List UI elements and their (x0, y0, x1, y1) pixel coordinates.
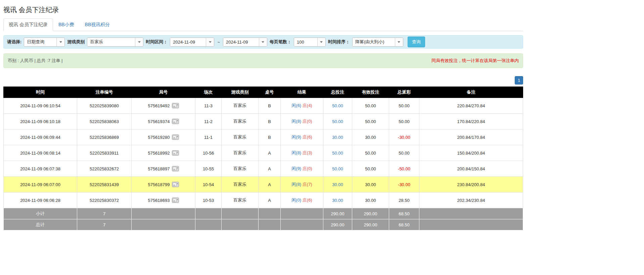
summary-label: 总计 (4, 219, 77, 230)
cell-result: 闲(6) 庄(4) (281, 98, 323, 114)
tab-betting-records[interactable]: 视讯 会员下注纪录 (3, 18, 53, 31)
cell-round-id: 575619280 (132, 129, 195, 145)
column-header: 注单编号 (77, 87, 132, 98)
time-range-label: 时间区间： (146, 39, 168, 45)
cell-session: 10-53 (195, 192, 222, 208)
payout-value: -30.00 (398, 135, 410, 140)
caret-down-icon[interactable] (395, 38, 403, 46)
summary-empty-cell (419, 208, 523, 219)
cell-session: 11-1 (195, 129, 222, 145)
summary-empty-cell (419, 219, 523, 230)
tab-bb-tips[interactable]: BB小费 (53, 18, 80, 31)
tab-bb-video-points[interactable]: BB视讯积分 (80, 18, 116, 31)
video-thumbnail-icon[interactable] (172, 150, 179, 156)
bets-table: 时间注单编号局号场次游戏类别桌号结果总投注有效投注总派彩备注 2024-11-0… (3, 87, 523, 230)
time-sort-select[interactable] (352, 38, 403, 47)
summary-valid-bet: 290.00 (352, 219, 389, 230)
cell-payout: 50.00 (389, 98, 419, 114)
cell-note: 200.84/170.84 (419, 129, 523, 145)
video-thumbnail-icon[interactable] (172, 134, 179, 140)
result-player: 闲(0) (291, 198, 301, 203)
pagination-page-1[interactable]: 1 (515, 76, 523, 85)
caret-down-icon[interactable] (317, 38, 325, 46)
tab-bar: 视讯 会员下注纪录 BB小费 BB视讯积分 (3, 18, 523, 31)
filter-bar: 请选择: 游戏类别 时间区间： ~ 每页笔数： 时间排序： (3, 35, 523, 49)
cell-result: 闲(9) 庄(6) (281, 129, 323, 145)
cell-total-bet: 50.00 (323, 98, 352, 114)
cell-table-no: B (259, 98, 281, 114)
caret-down-icon[interactable] (135, 38, 143, 46)
query-type-input[interactable] (24, 38, 56, 46)
cell-result: 闲(8) 庄(3) (281, 145, 323, 161)
cell-time: 2024-11-09 06:07:00 (4, 177, 77, 192)
currency-total-text: 币别 : 人民币 | 总共 :7 注单 | (8, 58, 63, 64)
search-button[interactable]: 查询 (408, 37, 425, 47)
video-thumbnail-icon[interactable] (172, 182, 179, 187)
video-thumbnail-icon[interactable] (172, 166, 179, 171)
total-bet-link[interactable]: 50.00 (332, 119, 343, 124)
cell-note: 202.34/230.84 (419, 192, 523, 208)
cell-bet-id: 522025833911 (77, 145, 132, 161)
cell-session: 10-55 (195, 161, 222, 177)
result-player: 闲(8) (291, 119, 301, 124)
summary-valid-bet: 290.00 (352, 208, 389, 219)
column-header: 有效投注 (352, 87, 389, 98)
cell-round-id: 575619492 (132, 98, 195, 114)
cell-table-no: B (259, 129, 281, 145)
game-type-select[interactable] (87, 38, 143, 47)
total-bet-link[interactable]: 30.00 (332, 198, 343, 203)
date-to-picker[interactable] (223, 38, 267, 47)
column-header: 局号 (132, 87, 195, 98)
total-bet-link[interactable]: 50.00 (332, 151, 343, 156)
summary-count: 7 (77, 208, 132, 219)
notice-text: 同局有效投注，统一计算在该局第一张注单内 (431, 58, 519, 64)
caret-down-icon[interactable] (56, 38, 64, 46)
video-thumbnail-icon[interactable] (172, 198, 179, 203)
cell-payout: 50.00 (389, 145, 419, 161)
cell-session: 11-2 (195, 114, 222, 129)
query-type-label: 请选择: (7, 39, 21, 45)
caret-down-icon[interactable] (259, 38, 267, 46)
result-banker: 庄(0) (303, 119, 312, 124)
time-sort-input[interactable] (353, 38, 395, 46)
page-size-input[interactable] (294, 38, 317, 46)
date-from-input[interactable] (170, 38, 206, 46)
cell-bet-id: 522025838063 (77, 114, 132, 129)
summary-empty-cell (259, 208, 281, 219)
cell-total-bet: 30.00 (323, 192, 352, 208)
result-player: 闲(9) (291, 166, 301, 171)
total-bet-link[interactable]: 30.00 (332, 182, 343, 187)
cell-bet-id: 522025832672 (77, 161, 132, 177)
video-thumbnail-icon[interactable] (172, 103, 179, 108)
game-type-label: 游戏类别 (67, 39, 85, 45)
cell-note: 200.84/150.84 (419, 161, 523, 177)
result-player: 闲(8) (291, 182, 301, 187)
summary-label: 小计 (4, 208, 77, 219)
table-row: 2024-11-09 06:08:14 522025833911 5756189… (4, 145, 523, 161)
result-player: 闲(8) (291, 150, 301, 155)
cell-valid-bet: 50.00 (352, 161, 389, 177)
cell-result: 闲(0) 庄(6) (281, 192, 323, 208)
date-to-input[interactable] (223, 38, 259, 46)
cell-table-no: A (259, 192, 281, 208)
cell-note: 170.84/220.84 (419, 114, 523, 129)
cell-session: 11-3 (195, 98, 222, 114)
caret-down-icon[interactable] (206, 38, 214, 46)
cell-time: 2024-11-09 06:06:28 (4, 192, 77, 208)
column-header: 桌号 (259, 87, 281, 98)
total-bet-link[interactable]: 30.00 (332, 135, 343, 140)
video-thumbnail-icon[interactable] (172, 119, 179, 124)
cell-note: 230.84/200.84 (419, 177, 523, 192)
total-bet-link[interactable]: 50.00 (332, 166, 343, 171)
game-type-input[interactable] (87, 38, 135, 46)
query-type-select[interactable] (24, 38, 65, 47)
cell-game-type: 百家乐 (222, 192, 259, 208)
summary-empty-cell (281, 219, 323, 230)
total-bet-link[interactable]: 50.00 (332, 103, 343, 108)
page-size-select[interactable] (294, 38, 326, 47)
date-from-picker[interactable] (170, 38, 214, 47)
summary-empty-cell (222, 219, 259, 230)
cell-table-no: A (259, 145, 281, 161)
summary-total-bet: 290.00 (323, 208, 352, 219)
cell-total-bet: 30.00 (323, 177, 352, 192)
